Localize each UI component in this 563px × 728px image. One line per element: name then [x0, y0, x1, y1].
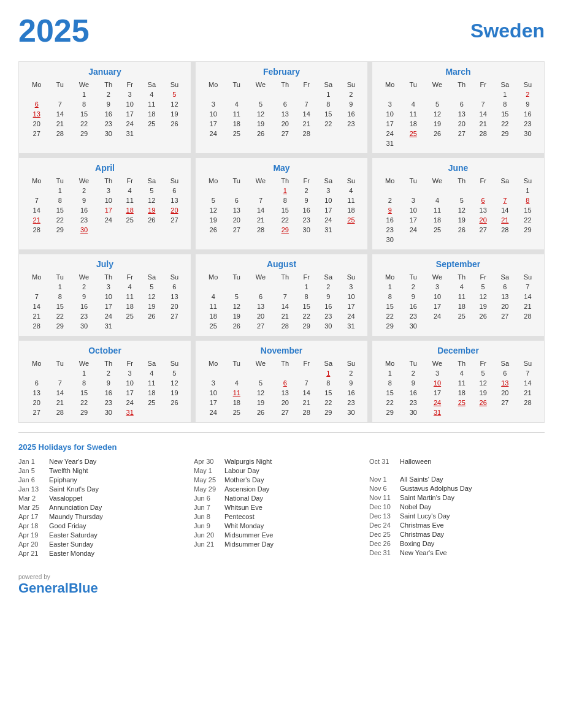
- calendar-day: [247, 368, 274, 378]
- calendar-day: [451, 321, 473, 331]
- calendar-day: 2: [377, 195, 402, 205]
- day-header: Su: [516, 176, 539, 186]
- calendar-day: [451, 186, 473, 195]
- holiday-name: Boxing Day: [400, 540, 434, 547]
- calendar-day: 30: [98, 129, 120, 138]
- calendar-day: 30: [340, 408, 362, 417]
- calendar-day: [247, 186, 274, 195]
- month-name: May: [201, 163, 362, 173]
- calendar-day: [424, 235, 451, 245]
- calendar-day: 22: [317, 119, 340, 129]
- calendar-day: 29: [49, 225, 71, 235]
- holiday-date: Jun 8: [194, 513, 224, 520]
- calendar-day: 21: [274, 311, 296, 321]
- calendar-day: 17: [402, 215, 424, 225]
- day-header: Su: [340, 358, 362, 368]
- calendar-day: 13: [274, 388, 296, 398]
- calendar-day: 6: [274, 378, 296, 388]
- calendar-day: 20: [24, 119, 49, 129]
- calendar-day: 23: [71, 215, 98, 225]
- calendar-day: 28: [296, 408, 317, 417]
- day-header: Su: [163, 80, 186, 89]
- brand: GeneralBlue: [18, 580, 545, 596]
- calendar-day: 9: [340, 99, 362, 109]
- holiday-row: Jun 6National Day: [194, 495, 369, 502]
- calendar-day: [120, 321, 140, 331]
- month-block-july: JulyMoTuWeThFrSaSu1234567891011121314151…: [19, 254, 191, 336]
- holiday-name: Whitsun Eve: [224, 504, 262, 511]
- calendar-day: 4: [226, 99, 247, 109]
- day-header: Su: [340, 176, 362, 186]
- calendar-day: 25: [226, 408, 247, 417]
- calendar-day: 7: [516, 282, 539, 292]
- month-table: MoTuWeThFrSaSu12345678910111213141516171…: [377, 176, 539, 245]
- calendar-day: 9: [71, 195, 98, 205]
- calendar-day: 2: [71, 282, 98, 292]
- calendar-day: 1: [296, 282, 317, 292]
- holiday-name: Good Friday: [49, 522, 86, 529]
- holiday-date: Jan 13: [18, 485, 49, 493]
- calendar-day: 14: [296, 109, 317, 119]
- calendar-day: 9: [340, 378, 362, 388]
- holiday-name: Christmas Day: [400, 531, 444, 538]
- day-header: Su: [163, 358, 186, 368]
- calendar-day: [473, 235, 494, 245]
- holiday-row: Apr 19Easter Saturday: [18, 531, 194, 539]
- day-header: Tu: [226, 176, 247, 186]
- calendar-day: 9: [317, 292, 340, 301]
- calendar-day: 3: [402, 195, 424, 205]
- calendar-day: 8: [274, 195, 296, 205]
- holiday-row: Jan 13Saint Knut's Day: [18, 485, 194, 493]
- calendar-day: 9: [98, 99, 120, 109]
- calendar-day: 16: [377, 215, 402, 225]
- calendar-day: [226, 89, 247, 99]
- calendar-day: 21: [49, 119, 71, 129]
- day-header: Fr: [120, 80, 140, 89]
- holiday-row: Oct 31Halloween: [369, 458, 545, 465]
- calendar-day: 27: [163, 311, 186, 321]
- calendar-day: 24: [317, 215, 340, 225]
- day-header: Su: [340, 272, 362, 282]
- calendar-day: 20: [247, 311, 274, 321]
- calendar-day: 19: [247, 119, 274, 129]
- calendar-day: 26: [140, 311, 163, 321]
- holiday-row: Jan 5Twelfth Night: [18, 467, 194, 474]
- calendar-day: 27: [274, 129, 296, 138]
- calendar-day: 29: [296, 321, 317, 331]
- month-block-may: MayMoTuWeThFrSaSu12345678910111213141516…: [196, 158, 367, 249]
- calendar-day: [473, 89, 494, 99]
- calendar-day: 1: [49, 186, 71, 195]
- day-header: Fr: [120, 272, 140, 282]
- day-header: Th: [98, 176, 120, 186]
- holiday-name: Easter Sunday: [49, 540, 93, 548]
- calendar-day: 16: [402, 388, 424, 398]
- day-header: Tu: [49, 80, 71, 89]
- day-header: We: [71, 272, 98, 282]
- holiday-date: Dec 13: [369, 512, 400, 520]
- month-table: MoTuWeThFrSaSu12345678910111213141516171…: [201, 176, 362, 235]
- calendar-day: 10: [424, 378, 451, 388]
- holiday-row: Apr 20Easter Sunday: [18, 540, 194, 548]
- calendar-day: 22: [296, 311, 317, 321]
- calendar-day: 1: [494, 89, 516, 99]
- calendar-day: 7: [49, 378, 71, 388]
- calendar-day: 13: [247, 301, 274, 311]
- calendar-day: 23: [98, 119, 120, 129]
- month-block-november: NovemberMoTuWeThFrSaSu123456789101112131…: [196, 341, 367, 422]
- calendar-day: 5: [163, 368, 186, 378]
- calendar-day: 7: [24, 195, 49, 205]
- calendar-day: 19: [424, 119, 451, 129]
- calendar-day: 23: [402, 311, 424, 321]
- day-header: Th: [274, 358, 296, 368]
- calendar-day: 17: [424, 301, 451, 311]
- calendar-day: 25: [340, 215, 362, 225]
- calendar-day: 23: [98, 398, 120, 408]
- calendar-day: 9: [98, 378, 120, 388]
- day-header: Sa: [494, 176, 516, 186]
- calendar-day: [516, 235, 539, 245]
- day-header: Mo: [24, 176, 49, 186]
- calendar-day: 15: [317, 109, 340, 119]
- day-header: Mo: [377, 272, 402, 282]
- calendar-day: [516, 408, 539, 417]
- calendar-day: [201, 89, 226, 99]
